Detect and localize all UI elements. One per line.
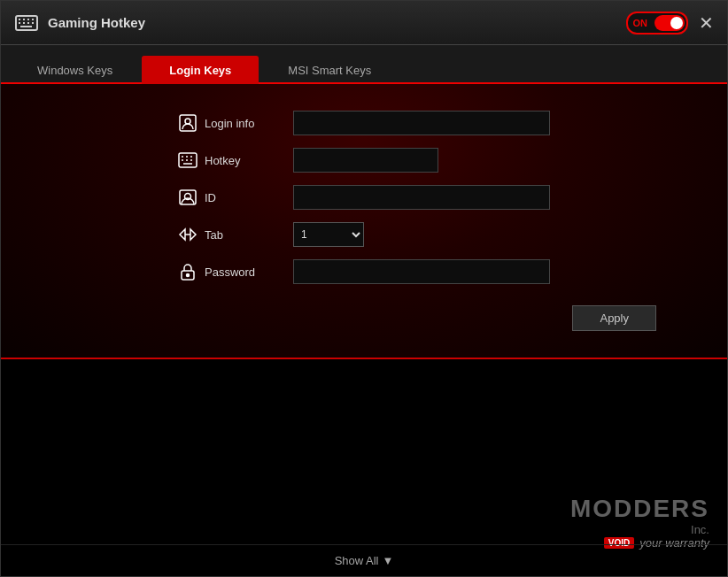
form-container: Login info [1,111,727,296]
power-toggle[interactable]: ON [626,12,689,35]
password-row: Password [178,259,550,284]
login-info-input[interactable] [293,111,550,135]
tab-row: Tab 1 2 3 4 5 [178,222,550,247]
svg-point-11 [185,119,190,124]
close-button[interactable]: ✕ [699,14,714,32]
hotkey-label-container: Hotkey [178,150,293,170]
password-label-container: Password [178,262,293,281]
keyboard-icon [14,11,39,35]
password-icon [178,262,197,281]
hotkey-icon [178,150,197,170]
apply-row: Apply [1,296,727,340]
main-window: Gaming Hotkey ON ✕ Windows Keys Login Ke… [0,0,728,577]
hotkey-row: Hotkey [178,148,550,173]
tab-icon [178,225,197,244]
hotkey-input[interactable] [293,148,438,173]
toggle-switch[interactable] [654,15,685,31]
id-label-container: ID [178,188,293,207]
title-bar: Gaming Hotkey ON ✕ [1,1,727,45]
lower-panel: MODDERS Inc. VOID your warranty Show All… [1,359,727,576]
svg-point-24 [187,274,190,277]
tab-msi-smart-keys[interactable]: MSI Smart Keys [260,56,399,84]
main-content: Login info [1,84,727,576]
password-label: Password [205,265,255,279]
title-left: Gaming Hotkey [14,11,145,35]
watermark-modders-text: MODDERS [570,495,709,523]
title-right: ON ✕ [626,12,715,35]
toggle-label: ON [628,16,654,30]
login-info-row: Login info [178,111,550,135]
id-input[interactable] [293,185,550,210]
show-all-button[interactable]: Show All ▼ [335,554,394,567]
watermark-inc-text: Inc. [570,523,709,536]
login-info-icon [178,113,197,133]
login-info-label-container: Login info [178,113,293,133]
login-info-label: Login info [205,117,254,130]
show-all-arrow: ▼ [383,554,394,567]
watermark: MODDERS Inc. VOID your warranty [570,495,709,550]
show-all-bar: Show All ▼ [1,544,727,576]
id-row: ID [178,185,550,210]
password-input[interactable] [293,259,550,284]
apply-button[interactable]: Apply [572,305,656,331]
tab-label: Tab [205,228,223,242]
upper-panel: Login info [1,84,727,359]
hotkey-label: Hotkey [205,154,240,167]
tab-select[interactable]: 1 2 3 4 5 [293,222,364,247]
tab-login-keys[interactable]: Login Keys [142,56,259,84]
tab-label-container: Tab [178,225,293,244]
id-icon [178,188,197,207]
tab-windows-keys[interactable]: Windows Keys [10,56,140,84]
id-label: ID [205,191,216,204]
window-title: Gaming Hotkey [48,15,145,30]
show-all-label: Show All [335,554,379,567]
tabs-bar: Windows Keys Login Keys MSI Smart Keys [1,45,727,84]
